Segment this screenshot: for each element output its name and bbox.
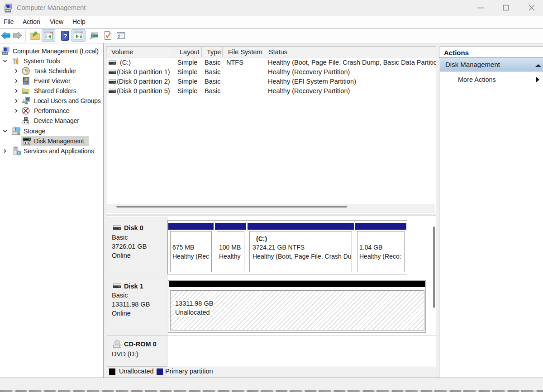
svg-text:?: ? xyxy=(63,32,67,40)
